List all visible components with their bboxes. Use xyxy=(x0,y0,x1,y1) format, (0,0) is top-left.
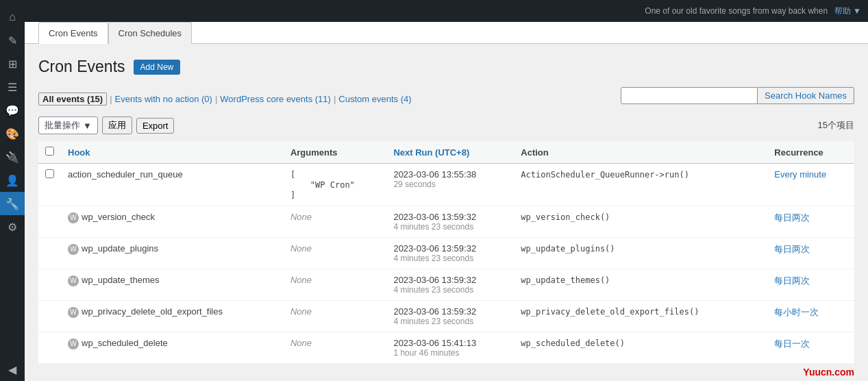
sidebar-icon-plugins[interactable]: 🔌 xyxy=(0,145,25,169)
row-recurrence: 每日一次 xyxy=(767,332,854,364)
sidebar-icon-posts[interactable]: ✎ xyxy=(0,29,25,52)
filter-sep-1: | xyxy=(110,94,112,104)
hook-name: wp_update_themes xyxy=(82,275,159,285)
filter-custom[interactable]: Custom events (4) xyxy=(338,94,411,104)
wp-icon: W xyxy=(68,212,79,223)
hook-name: action_scheduler_run_queue xyxy=(68,169,183,180)
page-content: Cron Events Add New All events (15) | Ev… xyxy=(25,44,868,381)
table-row: Wwp_update_pluginsNone2023-03-06 13:59:3… xyxy=(38,238,854,269)
row-action: wp_update_themes() xyxy=(514,269,767,301)
bulk-dropdown-icon: ▼ xyxy=(83,121,92,131)
row-recurrence: 每日两次 xyxy=(767,238,854,269)
row-arguments: None xyxy=(284,332,386,364)
table-row: Wwp_version_checkNone2023-03-06 13:59:32… xyxy=(38,206,854,238)
watermark: Yuucn.com xyxy=(38,364,854,378)
item-count: 15个项目 xyxy=(818,119,854,132)
hook-name: wp_scheduled_delete xyxy=(82,338,168,348)
row-checkbox-cell xyxy=(38,238,61,269)
filter-search-row: All events (15) | Events with no action … xyxy=(38,87,854,111)
row-arguments: None xyxy=(284,301,386,332)
row-hook: Wwp_update_themes xyxy=(61,269,284,301)
row-arguments: None xyxy=(284,206,386,238)
row-action: wp_scheduled_delete() xyxy=(514,332,767,364)
page-title: Cron Events xyxy=(38,58,125,76)
filter-no-action[interactable]: Events with no action (0) xyxy=(115,94,212,104)
wp-icon: W xyxy=(68,339,79,349)
col-header-hook[interactable]: Hook xyxy=(61,141,284,164)
row-checkbox-cell xyxy=(38,206,61,238)
tab-bar: Cron Events Cron Schedules xyxy=(25,22,868,44)
row-next-run: 2023-03-06 13:59:324 minutes 23 seconds xyxy=(386,301,514,332)
search-hook-names-button[interactable]: Search Hook Names xyxy=(758,87,854,104)
filter-all-events[interactable]: All events (15) xyxy=(38,93,107,106)
row-hook: Wwp_scheduled_delete xyxy=(61,332,284,364)
sidebar-icon-tools[interactable]: 🔧 xyxy=(0,192,25,215)
row-checkbox[interactable] xyxy=(45,169,54,178)
row-next-run: 2023-03-06 13:59:324 minutes 23 seconds xyxy=(386,238,514,269)
row-next-run: 2023-03-06 13:59:324 minutes 23 seconds xyxy=(386,206,514,238)
sidebar-icon-collapse[interactable]: ◀ xyxy=(0,358,25,381)
sidebar: ⌂ ✎ ⊞ ☰ 💬 🎨 🔌 👤 🔧 ⚙ ◀ xyxy=(0,0,25,381)
row-next-run: 2023-03-06 13:55:3829 seconds xyxy=(386,164,514,206)
action-row: 批量操作 ▼ 应用 Export 15个项目 xyxy=(38,116,854,134)
row-recurrence: Every minute xyxy=(767,164,854,206)
topbar-dropdown-icon: ▼ xyxy=(853,6,861,16)
sidebar-icon-comments[interactable]: 💬 xyxy=(0,99,25,122)
row-checkbox-cell xyxy=(38,164,61,206)
sidebar-icon-appearance[interactable]: 🎨 xyxy=(0,122,25,145)
table-header-row: Hook Arguments Next Run (UTC+8) Action xyxy=(38,141,854,164)
filter-links: All events (15) | Events with no action … xyxy=(38,93,412,106)
row-checkbox-cell xyxy=(38,332,61,364)
row-checkbox-cell xyxy=(38,269,61,301)
row-action: wp_version_check() xyxy=(514,206,767,238)
tab-cron-events[interactable]: Cron Events xyxy=(38,22,108,44)
table-row: action_scheduler_run_queue[ "WP Cron" ]2… xyxy=(38,164,854,206)
col-header-action: Action xyxy=(514,141,767,164)
row-hook: Wwp_version_check xyxy=(61,206,284,238)
row-action: wp_privacy_delete_old_export_files() xyxy=(514,301,767,332)
row-hook: Wwp_privacy_delete_old_export_files xyxy=(61,301,284,332)
row-recurrence: 每日两次 xyxy=(767,269,854,301)
row-recurrence: 每日两次 xyxy=(767,206,854,238)
sidebar-icon-dashboard[interactable]: ⌂ xyxy=(0,5,25,29)
filter-wp-core[interactable]: WordPress core events (11) xyxy=(220,94,331,104)
col-header-recurrence: Recurrence xyxy=(767,141,854,164)
row-hook: Wwp_update_plugins xyxy=(61,238,284,269)
hook-name: wp_privacy_delete_old_export_files xyxy=(82,306,223,317)
sidebar-icon-pages[interactable]: ☰ xyxy=(0,75,25,99)
bulk-actions-dropdown[interactable]: 批量操作 ▼ xyxy=(38,116,98,134)
tab-cron-schedules[interactable]: Cron Schedules xyxy=(108,22,193,44)
hook-name: wp_version_check xyxy=(82,212,155,222)
export-button[interactable]: Export xyxy=(136,118,175,134)
content-area: Cron Events Cron Schedules Cron Events A… xyxy=(25,22,868,381)
topbar-help-button[interactable]: 帮助 ▼ xyxy=(834,5,861,17)
page-title-row: Cron Events Add New xyxy=(38,58,854,76)
wp-icon: W xyxy=(68,244,79,255)
table-body: action_scheduler_run_queue[ "WP Cron" ]2… xyxy=(38,164,854,364)
sidebar-icon-media[interactable]: ⊞ xyxy=(0,52,25,75)
add-new-button[interactable]: Add New xyxy=(134,60,181,75)
search-input[interactable] xyxy=(621,87,758,104)
col-header-arguments: Arguments xyxy=(284,141,386,164)
row-checkbox-cell xyxy=(38,301,61,332)
cron-events-table: Hook Arguments Next Run (UTC+8) Action xyxy=(38,141,854,364)
row-action: ActionScheduler_QueueRunner->run() xyxy=(514,164,767,206)
wp-icon: W xyxy=(68,275,79,286)
row-arguments: [ "WP Cron" ] xyxy=(284,164,386,206)
select-all-checkbox[interactable] xyxy=(45,147,54,156)
col-header-next-run[interactable]: Next Run (UTC+8) xyxy=(386,141,514,164)
col-header-checkbox xyxy=(38,141,61,164)
apply-button[interactable]: 应用 xyxy=(102,116,132,134)
table-row: Wwp_update_themesNone2023-03-06 13:59:32… xyxy=(38,269,854,301)
table-row: Wwp_scheduled_deleteNone2023-03-06 15:41… xyxy=(38,332,854,364)
sidebar-icon-settings[interactable]: ⚙ xyxy=(0,215,25,238)
topbar-notice: One of our old favorite songs from way b… xyxy=(645,6,828,16)
search-area: Search Hook Names xyxy=(621,87,854,104)
row-action: wp_update_plugins() xyxy=(514,238,767,269)
wp-icon: W xyxy=(68,307,79,318)
row-hook: action_scheduler_run_queue xyxy=(61,164,284,206)
row-arguments: None xyxy=(284,269,386,301)
row-next-run: 2023-03-06 13:59:324 minutes 23 seconds xyxy=(386,269,514,301)
sidebar-icon-users[interactable]: 👤 xyxy=(0,169,25,192)
filter-sep-2: | xyxy=(215,94,217,104)
